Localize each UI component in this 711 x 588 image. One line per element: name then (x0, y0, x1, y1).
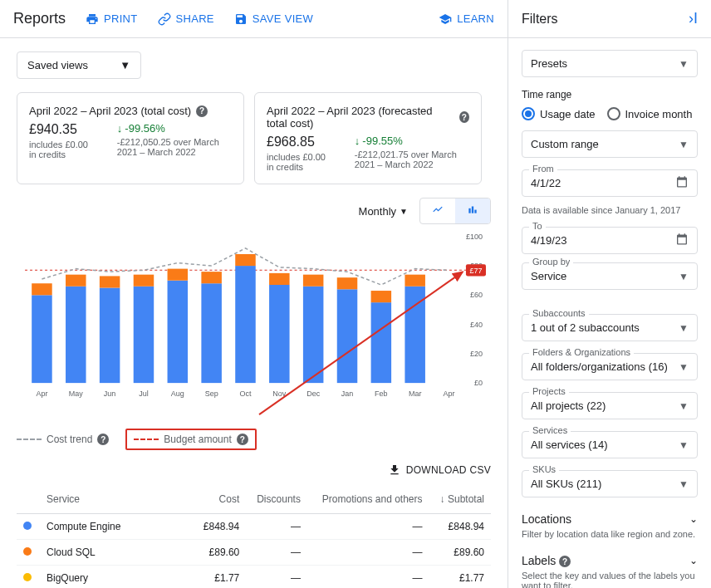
svg-text:Feb: Feb (375, 390, 388, 398)
table-row[interactable]: BigQuery £1.77 — — £1.77 (17, 566, 491, 589)
svg-text:Mar: Mar (409, 390, 422, 398)
svg-rect-22 (134, 275, 154, 287)
svg-rect-39 (337, 289, 358, 383)
svg-text:Dec: Dec (306, 390, 321, 398)
chevron-down-icon: ▼ (679, 139, 689, 150)
chevron-down-icon: ▼ (679, 322, 689, 334)
chevron-down-icon: ⌄ (689, 555, 698, 566)
chevron-down-icon: ▼ (679, 58, 689, 70)
share-icon (158, 12, 171, 26)
save-icon (234, 12, 248, 26)
subaccounts-dropdown[interactable]: Subaccounts 1 out of 2 subaccounts ▼ (522, 314, 698, 341)
save-view-button[interactable]: SAVE VIEW (234, 12, 313, 26)
chevron-down-icon: ▼ (400, 207, 408, 216)
svg-line-50 (259, 272, 463, 414)
from-date-input[interactable]: From 4/1/22 (522, 169, 698, 197)
help-icon[interactable]: ? (237, 434, 248, 445)
help-icon[interactable]: ? (196, 105, 208, 117)
learn-button[interactable]: LEARN (439, 12, 494, 26)
print-icon (86, 12, 99, 26)
svg-rect-42 (371, 302, 392, 383)
forecast-cost-card: April 2022 – April 2023 (forecasted tota… (254, 92, 482, 184)
download-icon (388, 463, 401, 477)
print-button[interactable]: PRINT (86, 12, 138, 26)
chevron-down-icon: ▼ (120, 59, 130, 71)
saved-views-dropdown[interactable]: Saved views ▼ (17, 51, 141, 79)
help-icon[interactable]: ? (97, 434, 109, 445)
service-color-dot (23, 522, 32, 530)
date-range-dropdown[interactable]: Custom range ▼ (522, 130, 698, 158)
svg-text:Apr: Apr (36, 390, 47, 398)
svg-rect-25 (168, 269, 189, 281)
total-amount: £940.35 (29, 122, 91, 137)
service-color-dot (23, 547, 32, 556)
filters-title: Filters (522, 12, 558, 27)
cost-table: Service Cost Discounts Promotions and ot… (17, 485, 491, 588)
calendar-icon (675, 175, 689, 191)
svg-rect-0 (468, 208, 470, 213)
svg-rect-30 (235, 266, 256, 383)
bar-chart-toggle[interactable] (455, 198, 490, 223)
collapse-icon[interactable]: ›I (689, 10, 698, 27)
legend-budget: Budget amount? (125, 429, 256, 450)
help-icon[interactable]: ? (459, 111, 469, 123)
cost-chart: £0£20£40£60£80£100£77AprMayJunJulAugSepO… (17, 229, 491, 420)
chevron-down-icon: ▼ (679, 271, 689, 282)
calendar-icon (675, 233, 689, 248)
svg-text:Jul: Jul (139, 390, 149, 398)
svg-rect-19 (100, 276, 120, 287)
main-header: Reports PRINT SHARE SAVE VIEW LEARN (0, 0, 508, 38)
projects-dropdown[interactable]: Projects All projects (22) ▼ (522, 392, 698, 419)
svg-rect-15 (66, 287, 86, 383)
help-icon[interactable]: ? (559, 556, 571, 567)
svg-text:Oct: Oct (239, 390, 252, 398)
services-dropdown[interactable]: Services All services (14) ▼ (522, 431, 698, 458)
svg-text:Jun: Jun (104, 390, 116, 398)
forecast-amount: £968.85 (267, 135, 328, 149)
locations-section[interactable]: Locations⌄ (522, 512, 698, 526)
to-date-input[interactable]: To 4/19/23 (522, 227, 698, 254)
svg-rect-40 (337, 277, 358, 289)
invoice-month-radio[interactable]: Invoice month (607, 107, 693, 120)
svg-text:£77: £77 (469, 267, 482, 275)
svg-rect-18 (100, 288, 120, 384)
chevron-down-icon: ▼ (679, 439, 689, 451)
sort-arrow-icon[interactable]: ↓ (440, 493, 445, 505)
svg-text:Sep: Sep (205, 390, 218, 398)
svg-rect-46 (405, 275, 425, 287)
svg-text:£60: £60 (470, 291, 483, 299)
svg-rect-12 (32, 295, 52, 383)
svg-rect-13 (32, 283, 52, 295)
usage-date-radio[interactable]: Usage date (522, 107, 596, 120)
chevron-down-icon: ▼ (679, 478, 689, 490)
svg-rect-1 (472, 207, 473, 213)
share-button[interactable]: SHARE (158, 12, 214, 26)
table-row[interactable]: Cloud SQL £89.60 — — £89.60 (17, 540, 491, 566)
total-cost-card: April 2022 – April 2023 (total cost)? £9… (17, 92, 244, 184)
labels-section[interactable]: Labels ?⌄ (522, 554, 698, 567)
download-csv-button[interactable]: DOWNLOAD CSV (388, 463, 491, 477)
svg-rect-28 (201, 272, 222, 283)
table-row[interactable]: Compute Engine £848.94 — — £848.94 (17, 514, 491, 540)
svg-rect-37 (303, 275, 324, 287)
svg-text:£0: £0 (474, 379, 483, 387)
svg-text:May: May (69, 390, 84, 398)
period-dropdown[interactable]: Monthly▼ (359, 205, 408, 218)
line-chart-toggle[interactable] (420, 198, 455, 223)
svg-rect-34 (269, 273, 290, 285)
svg-rect-36 (303, 287, 324, 383)
svg-rect-21 (134, 287, 154, 383)
svg-rect-16 (66, 275, 86, 287)
svg-rect-33 (269, 285, 290, 383)
group-by-dropdown[interactable]: Group by Service ▼ (522, 262, 698, 290)
folders-dropdown[interactable]: Folders & Organizations All folders/orga… (522, 353, 698, 380)
arrow-down-icon: ↓ (355, 135, 360, 147)
svg-text:£20: £20 (470, 350, 483, 358)
chevron-down-icon: ▼ (679, 361, 689, 373)
skus-dropdown[interactable]: SKUs All SKUs (211) ▼ (522, 470, 698, 497)
presets-dropdown[interactable]: Presets ▼ (522, 50, 698, 77)
svg-text:£40: £40 (470, 321, 483, 329)
svg-text:Apr: Apr (444, 390, 455, 398)
learn-icon (439, 12, 452, 26)
svg-rect-43 (371, 291, 392, 302)
